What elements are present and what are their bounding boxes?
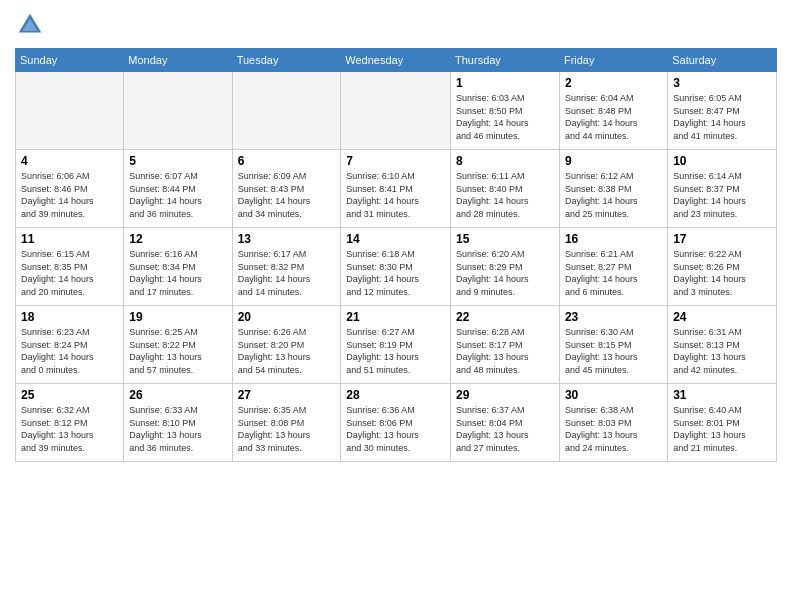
day-info: Sunrise: 6:21 AM Sunset: 8:27 PM Dayligh… xyxy=(565,248,662,298)
day-info: Sunrise: 6:33 AM Sunset: 8:10 PM Dayligh… xyxy=(129,404,226,454)
day-info: Sunrise: 6:09 AM Sunset: 8:43 PM Dayligh… xyxy=(238,170,336,220)
day-number: 24 xyxy=(673,310,771,324)
day-number: 5 xyxy=(129,154,226,168)
header xyxy=(15,10,777,40)
calendar-cell: 16Sunrise: 6:21 AM Sunset: 8:27 PM Dayli… xyxy=(559,228,667,306)
day-info: Sunrise: 6:28 AM Sunset: 8:17 PM Dayligh… xyxy=(456,326,554,376)
weekday-header: Thursday xyxy=(451,49,560,72)
calendar-body: 1Sunrise: 6:03 AM Sunset: 8:50 PM Daylig… xyxy=(16,72,777,462)
day-info: Sunrise: 6:10 AM Sunset: 8:41 PM Dayligh… xyxy=(346,170,445,220)
calendar-cell: 1Sunrise: 6:03 AM Sunset: 8:50 PM Daylig… xyxy=(451,72,560,150)
calendar-cell xyxy=(16,72,124,150)
day-info: Sunrise: 6:26 AM Sunset: 8:20 PM Dayligh… xyxy=(238,326,336,376)
day-number: 18 xyxy=(21,310,118,324)
calendar-cell: 14Sunrise: 6:18 AM Sunset: 8:30 PM Dayli… xyxy=(341,228,451,306)
day-number: 9 xyxy=(565,154,662,168)
day-info: Sunrise: 6:20 AM Sunset: 8:29 PM Dayligh… xyxy=(456,248,554,298)
weekday-header: Wednesday xyxy=(341,49,451,72)
page: SundayMondayTuesdayWednesdayThursdayFrid… xyxy=(0,0,792,612)
day-number: 30 xyxy=(565,388,662,402)
calendar-cell: 19Sunrise: 6:25 AM Sunset: 8:22 PM Dayli… xyxy=(124,306,232,384)
calendar-cell: 18Sunrise: 6:23 AM Sunset: 8:24 PM Dayli… xyxy=(16,306,124,384)
day-number: 29 xyxy=(456,388,554,402)
day-number: 25 xyxy=(21,388,118,402)
calendar: SundayMondayTuesdayWednesdayThursdayFrid… xyxy=(15,48,777,462)
calendar-week: 25Sunrise: 6:32 AM Sunset: 8:12 PM Dayli… xyxy=(16,384,777,462)
weekday-header: Friday xyxy=(559,49,667,72)
day-number: 22 xyxy=(456,310,554,324)
day-number: 21 xyxy=(346,310,445,324)
calendar-cell: 11Sunrise: 6:15 AM Sunset: 8:35 PM Dayli… xyxy=(16,228,124,306)
day-info: Sunrise: 6:05 AM Sunset: 8:47 PM Dayligh… xyxy=(673,92,771,142)
day-number: 7 xyxy=(346,154,445,168)
day-number: 8 xyxy=(456,154,554,168)
weekday-header: Sunday xyxy=(16,49,124,72)
calendar-cell: 4Sunrise: 6:06 AM Sunset: 8:46 PM Daylig… xyxy=(16,150,124,228)
calendar-cell xyxy=(341,72,451,150)
day-info: Sunrise: 6:38 AM Sunset: 8:03 PM Dayligh… xyxy=(565,404,662,454)
day-number: 6 xyxy=(238,154,336,168)
day-number: 16 xyxy=(565,232,662,246)
calendar-cell: 9Sunrise: 6:12 AM Sunset: 8:38 PM Daylig… xyxy=(559,150,667,228)
day-number: 1 xyxy=(456,76,554,90)
day-info: Sunrise: 6:15 AM Sunset: 8:35 PM Dayligh… xyxy=(21,248,118,298)
calendar-cell: 12Sunrise: 6:16 AM Sunset: 8:34 PM Dayli… xyxy=(124,228,232,306)
day-number: 4 xyxy=(21,154,118,168)
calendar-cell: 22Sunrise: 6:28 AM Sunset: 8:17 PM Dayli… xyxy=(451,306,560,384)
calendar-cell: 27Sunrise: 6:35 AM Sunset: 8:08 PM Dayli… xyxy=(232,384,341,462)
day-info: Sunrise: 6:23 AM Sunset: 8:24 PM Dayligh… xyxy=(21,326,118,376)
day-number: 26 xyxy=(129,388,226,402)
day-info: Sunrise: 6:37 AM Sunset: 8:04 PM Dayligh… xyxy=(456,404,554,454)
day-info: Sunrise: 6:36 AM Sunset: 8:06 PM Dayligh… xyxy=(346,404,445,454)
calendar-cell: 31Sunrise: 6:40 AM Sunset: 8:01 PM Dayli… xyxy=(668,384,777,462)
day-number: 10 xyxy=(673,154,771,168)
calendar-header: SundayMondayTuesdayWednesdayThursdayFrid… xyxy=(16,49,777,72)
day-info: Sunrise: 6:11 AM Sunset: 8:40 PM Dayligh… xyxy=(456,170,554,220)
calendar-week: 1Sunrise: 6:03 AM Sunset: 8:50 PM Daylig… xyxy=(16,72,777,150)
weekday-header: Tuesday xyxy=(232,49,341,72)
logo-icon xyxy=(15,10,45,40)
calendar-cell: 29Sunrise: 6:37 AM Sunset: 8:04 PM Dayli… xyxy=(451,384,560,462)
day-number: 31 xyxy=(673,388,771,402)
day-info: Sunrise: 6:31 AM Sunset: 8:13 PM Dayligh… xyxy=(673,326,771,376)
day-number: 11 xyxy=(21,232,118,246)
day-info: Sunrise: 6:04 AM Sunset: 8:48 PM Dayligh… xyxy=(565,92,662,142)
calendar-cell: 2Sunrise: 6:04 AM Sunset: 8:48 PM Daylig… xyxy=(559,72,667,150)
calendar-week: 4Sunrise: 6:06 AM Sunset: 8:46 PM Daylig… xyxy=(16,150,777,228)
day-info: Sunrise: 6:22 AM Sunset: 8:26 PM Dayligh… xyxy=(673,248,771,298)
day-info: Sunrise: 6:40 AM Sunset: 8:01 PM Dayligh… xyxy=(673,404,771,454)
calendar-cell: 6Sunrise: 6:09 AM Sunset: 8:43 PM Daylig… xyxy=(232,150,341,228)
day-number: 28 xyxy=(346,388,445,402)
calendar-cell: 10Sunrise: 6:14 AM Sunset: 8:37 PM Dayli… xyxy=(668,150,777,228)
day-info: Sunrise: 6:12 AM Sunset: 8:38 PM Dayligh… xyxy=(565,170,662,220)
day-number: 23 xyxy=(565,310,662,324)
calendar-cell: 30Sunrise: 6:38 AM Sunset: 8:03 PM Dayli… xyxy=(559,384,667,462)
day-info: Sunrise: 6:14 AM Sunset: 8:37 PM Dayligh… xyxy=(673,170,771,220)
calendar-cell: 7Sunrise: 6:10 AM Sunset: 8:41 PM Daylig… xyxy=(341,150,451,228)
day-number: 14 xyxy=(346,232,445,246)
calendar-cell xyxy=(232,72,341,150)
calendar-cell: 13Sunrise: 6:17 AM Sunset: 8:32 PM Dayli… xyxy=(232,228,341,306)
day-number: 13 xyxy=(238,232,336,246)
day-number: 3 xyxy=(673,76,771,90)
day-number: 15 xyxy=(456,232,554,246)
calendar-cell: 23Sunrise: 6:30 AM Sunset: 8:15 PM Dayli… xyxy=(559,306,667,384)
calendar-cell: 3Sunrise: 6:05 AM Sunset: 8:47 PM Daylig… xyxy=(668,72,777,150)
calendar-cell: 26Sunrise: 6:33 AM Sunset: 8:10 PM Dayli… xyxy=(124,384,232,462)
calendar-cell: 5Sunrise: 6:07 AM Sunset: 8:44 PM Daylig… xyxy=(124,150,232,228)
day-number: 17 xyxy=(673,232,771,246)
calendar-cell: 28Sunrise: 6:36 AM Sunset: 8:06 PM Dayli… xyxy=(341,384,451,462)
day-info: Sunrise: 6:27 AM Sunset: 8:19 PM Dayligh… xyxy=(346,326,445,376)
calendar-week: 11Sunrise: 6:15 AM Sunset: 8:35 PM Dayli… xyxy=(16,228,777,306)
day-info: Sunrise: 6:06 AM Sunset: 8:46 PM Dayligh… xyxy=(21,170,118,220)
calendar-cell: 17Sunrise: 6:22 AM Sunset: 8:26 PM Dayli… xyxy=(668,228,777,306)
day-number: 12 xyxy=(129,232,226,246)
day-info: Sunrise: 6:35 AM Sunset: 8:08 PM Dayligh… xyxy=(238,404,336,454)
calendar-cell: 25Sunrise: 6:32 AM Sunset: 8:12 PM Dayli… xyxy=(16,384,124,462)
day-info: Sunrise: 6:16 AM Sunset: 8:34 PM Dayligh… xyxy=(129,248,226,298)
calendar-cell: 21Sunrise: 6:27 AM Sunset: 8:19 PM Dayli… xyxy=(341,306,451,384)
calendar-cell: 8Sunrise: 6:11 AM Sunset: 8:40 PM Daylig… xyxy=(451,150,560,228)
logo xyxy=(15,10,49,40)
day-number: 19 xyxy=(129,310,226,324)
day-info: Sunrise: 6:30 AM Sunset: 8:15 PM Dayligh… xyxy=(565,326,662,376)
